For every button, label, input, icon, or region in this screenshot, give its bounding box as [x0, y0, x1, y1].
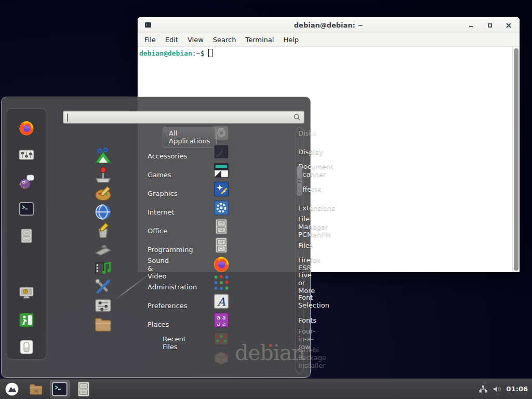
app-item-disks[interactable]: Disks: [146, 124, 292, 142]
category-item-graphics[interactable]: Graphics: [61, 184, 143, 203]
menubar-item[interactable]: View: [183, 36, 208, 44]
search-box[interactable]: [63, 111, 304, 124]
shutdown-icon: [18, 338, 35, 356]
places-icon: [63, 315, 143, 334]
app-item-four-in-a-row[interactable]: Four-in-a-row: [146, 329, 292, 348]
search-icon: [293, 113, 301, 122]
taskbar-launchers: [D]: [0, 379, 96, 399]
app-item-firefox-esr[interactable]: Firefox ESR: [146, 255, 292, 273]
font-selection-icon: A: [150, 292, 292, 311]
pidgin-icon: [18, 173, 35, 191]
network-icon[interactable]: [478, 384, 488, 394]
category-item-games[interactable]: Games: [61, 165, 143, 184]
text-caret: [67, 114, 68, 122]
taskbar-launcher-files[interactable]: [74, 380, 94, 398]
app-item-extensions[interactable]: Extensions: [146, 198, 292, 217]
category-item-accessories[interactable]: Accessories: [61, 147, 143, 165]
document-scanner-icon: [150, 161, 292, 180]
category-item-recent-files[interactable]: Recent Files: [61, 334, 143, 352]
programming-icon: [63, 240, 143, 259]
extensions-icon: [150, 198, 292, 217]
menubar-item[interactable]: Search: [208, 36, 241, 44]
favorite-button-pidgin[interactable]: [18, 173, 35, 191]
search-input[interactable]: [63, 113, 304, 121]
category-item-all-applications[interactable]: All Applications: [61, 128, 143, 147]
category-item-places[interactable]: Places: [61, 315, 143, 334]
screensaver-icon: ?: [18, 284, 35, 302]
favorite-button-terminal[interactable]: [18, 200, 35, 218]
taskbar-launcher-terminal[interactable]: [50, 380, 70, 398]
display-icon: [150, 142, 292, 161]
favorite-button-files[interactable]: [18, 227, 35, 245]
category-item-preferences[interactable]: Preferences: [61, 296, 143, 315]
favorite-button-logout[interactable]: [18, 311, 35, 329]
graphics-icon: [63, 184, 143, 203]
administration-icon: [63, 277, 143, 296]
file-cabinet-icon: [18, 227, 35, 245]
taskbar-launcher-menu[interactable]: [2, 380, 22, 398]
accessories-icon: [63, 147, 143, 165]
application-list: Disks Display Document Scanner Effects E…: [146, 124, 292, 367]
app-item-display[interactable]: Display: [146, 142, 292, 161]
file-manager-icon: [150, 217, 292, 236]
firefox-icon: [150, 255, 292, 273]
category-item-internet[interactable]: Internet: [61, 203, 143, 221]
category-item-sound-video[interactable]: Sound & Video: [61, 259, 143, 277]
favorite-button-shutdown[interactable]: [18, 338, 35, 356]
minimize-button[interactable]: [468, 22, 475, 29]
favorites-panel: ?: [7, 108, 46, 360]
app-label: Document Scanner: [298, 163, 333, 178]
terminal-prompt: debian@debian:~$: [138, 47, 520, 57]
app-item-fonts[interactable]: a aa a Fonts: [146, 311, 292, 329]
volume-icon[interactable]: [493, 384, 502, 394]
clock[interactable]: 01:06: [507, 385, 528, 393]
pcmanfm-folder-icon: [D]: [26, 380, 46, 398]
app-item-document-scanner[interactable]: Document Scanner: [146, 161, 292, 180]
effects-icon: [150, 180, 292, 198]
menubar-item[interactable]: Help: [278, 36, 303, 44]
close-button[interactable]: [505, 22, 512, 29]
fonts-icon: a aa a: [150, 311, 292, 329]
category-item-administration[interactable]: Administration: [61, 277, 143, 296]
favorite-button-lock-screen[interactable]: ?: [18, 284, 35, 302]
logout-icon: [18, 311, 35, 329]
menubar-item[interactable]: Edit: [161, 36, 183, 44]
category-item-office[interactable]: Office: [61, 221, 143, 240]
terminal-window-icon: [144, 21, 152, 29]
office-icon: [63, 221, 143, 240]
favorite-button-firefox[interactable]: [18, 119, 35, 137]
app-item-files[interactable]: Files: [146, 236, 292, 255]
terminal-scrollbar[interactable]: [512, 47, 520, 272]
app-item-file-manager-pcmanfm[interactable]: File Manager PCManFM: [146, 217, 292, 236]
taskbar-launcher-file-manager[interactable]: [D]: [26, 380, 46, 398]
preferences-icon: [63, 296, 143, 315]
menubar-item[interactable]: Terminal: [241, 36, 278, 44]
window-controls: [468, 17, 512, 33]
apps-scrollbar[interactable]: [296, 127, 303, 374]
four-in-a-row-icon: [150, 329, 292, 348]
terminal-titlebar[interactable]: debian@debian: ~: [138, 17, 520, 33]
maximize-button[interactable]: [486, 22, 494, 29]
prompt-user-host: debian@debian: [139, 49, 192, 57]
files-icon: [150, 236, 292, 255]
svg-text:[D]: [D]: [33, 389, 38, 393]
terminal-scrollbar-thumb[interactable]: [514, 48, 518, 271]
blank-icon: [63, 128, 143, 147]
app-item-five-or-more[interactable]: Five or More: [146, 273, 292, 292]
taskbar: [D] 01:06: [0, 378, 532, 399]
firefox-icon: [18, 119, 35, 137]
favorite-button-control-center[interactable]: [18, 146, 35, 164]
terminal-icon: [50, 380, 70, 398]
app-item-font-selection[interactable]: A Font Selection: [146, 292, 292, 311]
disks-icon: [150, 124, 292, 142]
category-list: All Applications Accessories Games Graph…: [61, 128, 143, 352]
category-item-programming[interactable]: Programming: [61, 240, 143, 259]
menubar-item[interactable]: File: [140, 36, 161, 44]
menu-logo-icon: [2, 380, 22, 398]
app-item-gdebi-package-installer[interactable]: GDebi Package Installer: [146, 348, 292, 367]
apps-scrollbar-thumb[interactable]: [297, 166, 302, 196]
svg-text:A: A: [217, 296, 225, 308]
prompt-suffix: :~$: [192, 49, 204, 57]
app-item-effects[interactable]: Effects: [146, 180, 292, 198]
gdebi-icon: [150, 348, 292, 367]
